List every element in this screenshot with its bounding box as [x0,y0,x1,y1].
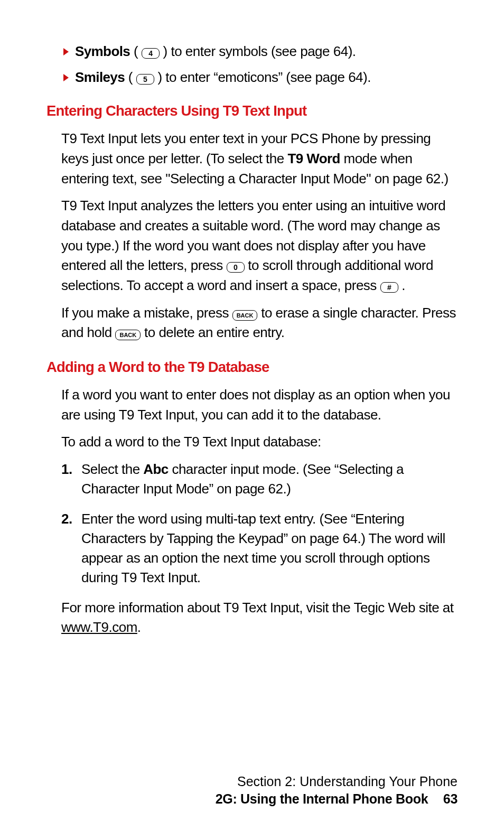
text-run: to delete an entire entry. [144,324,284,340]
open-paren: ( [134,43,142,59]
heading-t9-input: Entering Characters Using T9 Text Input [46,102,458,119]
step-body: Enter the word using multi-tap text entr… [81,509,458,587]
triangle-bullet-icon [63,74,69,81]
key-hash-icon: # [380,282,398,293]
numbered-steps: 1. Select the Abc character input mode. … [61,460,458,587]
paragraph: To add a word to the T9 Text Input datab… [61,432,458,452]
step-number: 1. [61,460,81,499]
paragraph: For more information about T9 Text Input… [61,598,458,638]
bullet-text: Symbols ( 4 ) to enter symbols (see page… [75,42,356,61]
step-body: Select the Abc character input mode. (Se… [81,460,458,499]
bullet-label: Symbols [75,43,130,59]
manual-page: Symbols ( 4 ) to enter symbols (see page… [0,0,504,840]
footer-sub-line: 2G: Using the Internal Phone Book 63 [0,790,458,808]
triangle-bullet-icon [63,48,69,55]
step-number: 2. [61,509,81,587]
page-number: 63 [443,791,458,806]
paragraph: T9 Text Input analyzes the letters you e… [61,196,458,295]
bullet-text: Smileys ( 5 ) to enter “emoticons” (see … [75,68,371,87]
page-footer: Section 2: Understanding Your Phone 2G: … [0,773,458,809]
paragraph: T9 Text Input lets you enter text in you… [61,129,458,189]
step-item: 1. Select the Abc character input mode. … [61,460,458,499]
key-0-icon: 0 [227,262,245,273]
text-run: If you make a mistake, press [61,305,232,321]
t9-link[interactable]: www.T9.com [61,619,137,635]
bullet-rest: ) to enter symbols (see page 64). [163,43,356,59]
text-run: Select the [81,461,143,477]
footer-section: Section 2: Understanding Your Phone [0,773,458,791]
bullet-item-symbols: Symbols ( 4 ) to enter symbols (see page… [46,42,458,61]
key-back-icon: BACK [232,310,258,321]
paragraph: If you make a mistake, press BACK to era… [61,303,458,343]
heading-adding-word: Adding a Word to the T9 Database [46,359,458,376]
bullet-label: Smileys [75,69,125,85]
text-run: . [137,619,141,635]
text-bold: Abc [143,461,168,477]
key-5-icon: 5 [136,74,154,85]
open-paren: ( [128,69,136,85]
bullet-item-smileys: Smileys ( 5 ) to enter “emoticons” (see … [46,68,458,87]
footer-subsection: 2G: Using the Internal Phone Book [216,791,428,806]
key-back-icon: BACK [115,330,141,340]
bullet-rest: ) to enter “emoticons” (see page 64). [157,69,370,85]
text-run: For more information about T9 Text Input… [61,600,454,615]
text-bold: T9 Word [287,151,340,166]
key-4-icon: 4 [142,48,160,59]
paragraph: If a word you want to enter does not dis… [61,385,458,425]
text-run: . [402,277,405,293]
step-item: 2. Enter the word using multi-tap text e… [61,509,458,587]
